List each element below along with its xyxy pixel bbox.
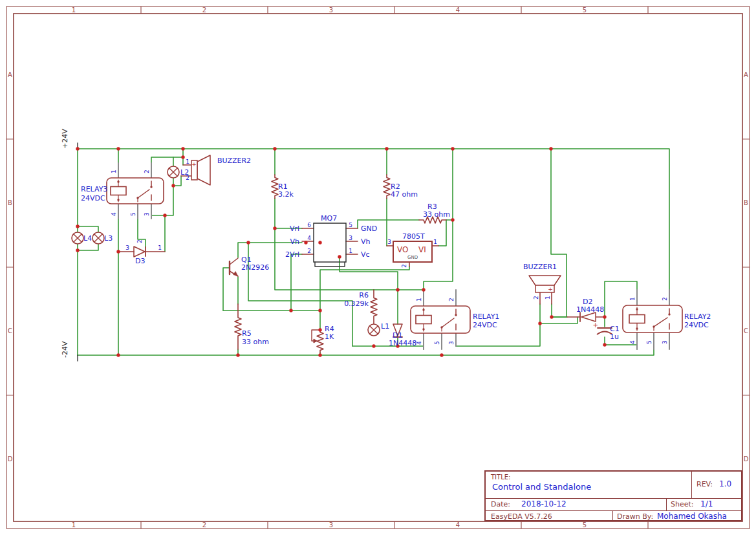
schematic-text[interactable]: RELAY1 [473, 312, 499, 321]
junction-dot[interactable] [550, 315, 553, 318]
junction-dot[interactable] [538, 322, 541, 325]
wire[interactable] [540, 317, 578, 323]
junction-dot[interactable] [318, 353, 321, 356]
schematic-text[interactable]: 33 ohm [242, 338, 269, 346]
schematic-text[interactable]: D3 [135, 257, 145, 265]
schematic-text: 4 [629, 340, 636, 344]
junction-dot[interactable] [289, 309, 292, 312]
junction-dot[interactable] [372, 344, 375, 347]
wire[interactable] [78, 349, 654, 355]
junction-dot[interactable] [422, 288, 425, 291]
junction-dot[interactable] [181, 155, 184, 158]
schematic-text[interactable]: 1u [610, 333, 619, 341]
junction-dot[interactable] [116, 250, 120, 253]
schematic-text[interactable]: 1K [325, 333, 334, 341]
junction-dot[interactable] [304, 241, 307, 244]
junction-dot[interactable] [76, 147, 79, 150]
schematic-text[interactable]: RELAY3 [81, 185, 107, 193]
schematic-text[interactable]: 33 ohm [423, 210, 450, 219]
rev-value[interactable]: 1.0 [719, 479, 731, 488]
junction-dot[interactable] [76, 248, 79, 252]
schematic-canvas[interactable]: 1122334455AABBCCDDRELAY324VDCL2BUZZER2L4… [0, 0, 756, 535]
junction-dot[interactable] [181, 147, 184, 150]
schematic-text[interactable]: BUZZER2 [217, 157, 251, 165]
frame-col-label: 5 [583, 521, 587, 529]
component-RELAY1[interactable] [411, 306, 470, 333]
wire[interactable] [605, 345, 637, 349]
buzzer-horn-icon [529, 276, 561, 285]
schematic-text: 3 [144, 212, 150, 216]
junction-dot[interactable] [451, 147, 454, 150]
wire[interactable] [340, 257, 398, 290]
schematic-text[interactable]: 3.2k [278, 190, 294, 199]
schematic-text[interactable]: 7805T [402, 232, 425, 241]
drawn-by-value[interactable]: Mohamed Okasha [657, 512, 727, 521]
schematic-text[interactable]: R5 [242, 329, 252, 338]
component-D3[interactable] [134, 246, 145, 257]
schematic-text[interactable]: MQ7 [321, 214, 337, 223]
component-R6[interactable] [371, 290, 377, 324]
schematic-text[interactable]: 24VDC [473, 321, 497, 329]
component-R2[interactable] [383, 175, 390, 199]
component-R4[interactable] [317, 330, 323, 353]
wire[interactable] [78, 149, 669, 290]
schematic-text[interactable]: R6 [359, 291, 369, 300]
component-RELAY2[interactable] [623, 305, 682, 333]
junction-dot[interactable] [549, 147, 552, 150]
wire[interactable] [248, 243, 352, 346]
schematic-text[interactable]: 24VDC [81, 194, 105, 202]
junction-dot[interactable] [273, 226, 276, 230]
schematic-text: 5 [646, 340, 653, 344]
junction-dot[interactable] [385, 147, 388, 150]
junction-dot[interactable] [318, 241, 321, 244]
pot-wiper-arrow-icon [314, 339, 317, 343]
junction-dot[interactable] [338, 255, 341, 258]
schematic-text[interactable]: L1 [381, 322, 389, 331]
junction-dot[interactable] [76, 224, 79, 228]
component-R1[interactable] [272, 175, 278, 199]
sheet-value[interactable]: 1/1 [700, 499, 713, 508]
schematic-text: 2Vrl [285, 250, 299, 259]
date-value[interactable]: 2018-10-12 [521, 499, 567, 508]
junction-dot[interactable] [163, 213, 166, 217]
wire[interactable] [223, 268, 230, 311]
junction-dot[interactable] [318, 328, 321, 331]
junction-dot[interactable] [116, 147, 120, 150]
junction-dot[interactable] [116, 353, 120, 356]
schematic-text[interactable]: BUZZER1 [523, 263, 557, 271]
schematic-text[interactable]: 24VDC [684, 321, 709, 329]
wire[interactable] [151, 157, 183, 163]
rev-label: REV: [697, 480, 713, 488]
schematic-text[interactable]: 0.329k [344, 300, 369, 308]
schematic-title[interactable]: Control and Standalone [486, 481, 691, 492]
schematic-page: 1122334455AABBCCDDRELAY324VDCL2BUZZER2L4… [0, 0, 756, 535]
junction-dot[interactable] [396, 288, 399, 291]
junction-dot[interactable] [451, 218, 454, 221]
schematic-text[interactable]: RELAY2 [684, 312, 711, 321]
schematic-text[interactable]: L4 [83, 234, 92, 243]
schematic-text[interactable]: 47 ohm [391, 190, 418, 199]
junction-dot[interactable] [603, 343, 606, 346]
junction-dot[interactable] [273, 147, 276, 150]
frame-inner-border [14, 14, 742, 521]
wire[interactable] [78, 244, 98, 250]
schematic-text: 2 [186, 175, 189, 181]
wire[interactable] [438, 220, 446, 246]
junction-dot[interactable] [246, 241, 250, 244]
junction-dot[interactable] [603, 315, 606, 318]
schematic-text[interactable]: 2N2926 [241, 263, 269, 272]
component-Q1[interactable] [228, 257, 229, 258]
schematic-text: 2 [307, 248, 311, 254]
wire[interactable] [78, 226, 98, 232]
junction-dot[interactable] [440, 353, 443, 356]
schematic-text[interactable]: 1N4448 [576, 305, 604, 314]
schematic-text: 5 [349, 222, 352, 228]
junction-dot[interactable] [236, 353, 239, 356]
junction-dot[interactable] [171, 184, 175, 187]
schematic-text[interactable]: L3 [104, 234, 113, 243]
component-D2[interactable] [581, 312, 596, 322]
wire[interactable] [291, 254, 302, 311]
component-RELAY3[interactable] [107, 178, 164, 204]
junction-dot[interactable] [318, 309, 321, 312]
schematic-text[interactable]: 1N4448 [389, 339, 416, 347]
